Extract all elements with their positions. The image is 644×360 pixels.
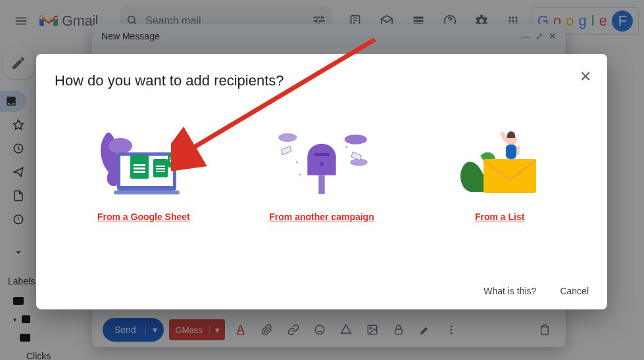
svg-point-48 <box>299 173 301 175</box>
option-label: From a List <box>475 212 524 222</box>
svg-rect-53 <box>516 146 520 155</box>
svg-rect-28 <box>134 168 145 169</box>
recipients-modal: How do you want to add recipients? ✕ <box>36 54 607 309</box>
svg-rect-33 <box>156 171 165 172</box>
svg-rect-37 <box>114 191 180 194</box>
mailbox-illustration <box>269 126 374 198</box>
svg-point-23 <box>109 138 132 154</box>
svg-point-46 <box>296 162 298 164</box>
svg-point-39 <box>345 135 367 145</box>
svg-rect-34 <box>168 152 180 168</box>
svg-rect-42 <box>307 157 335 175</box>
modal-close-icon[interactable]: ✕ <box>580 68 591 85</box>
svg-rect-35 <box>170 158 178 159</box>
svg-rect-43 <box>314 153 330 156</box>
option-google-sheet[interactable]: From a Google Sheet <box>91 126 196 222</box>
svg-point-44 <box>320 162 324 166</box>
svg-rect-51 <box>506 145 516 159</box>
option-label: From another campaign <box>269 212 374 222</box>
svg-rect-26 <box>130 155 149 179</box>
svg-rect-31 <box>156 166 165 167</box>
svg-rect-29 <box>134 171 145 173</box>
help-link[interactable]: What is this? <box>483 286 536 296</box>
modal-title: How do you want to add recipients? <box>55 72 589 89</box>
svg-rect-32 <box>156 168 165 169</box>
sheet-illustration <box>91 126 196 198</box>
svg-point-47 <box>345 146 347 148</box>
svg-rect-27 <box>134 164 145 166</box>
option-from-list[interactable]: From a List <box>447 126 553 222</box>
option-label: From a Google Sheet <box>97 212 190 222</box>
list-illustration <box>447 126 553 198</box>
svg-rect-36 <box>170 160 178 162</box>
svg-rect-45 <box>318 175 324 194</box>
svg-point-38 <box>278 133 297 142</box>
svg-rect-49 <box>483 159 536 193</box>
option-another-campaign[interactable]: From another campaign <box>269 126 374 222</box>
cancel-button[interactable]: Cancel <box>560 286 589 296</box>
